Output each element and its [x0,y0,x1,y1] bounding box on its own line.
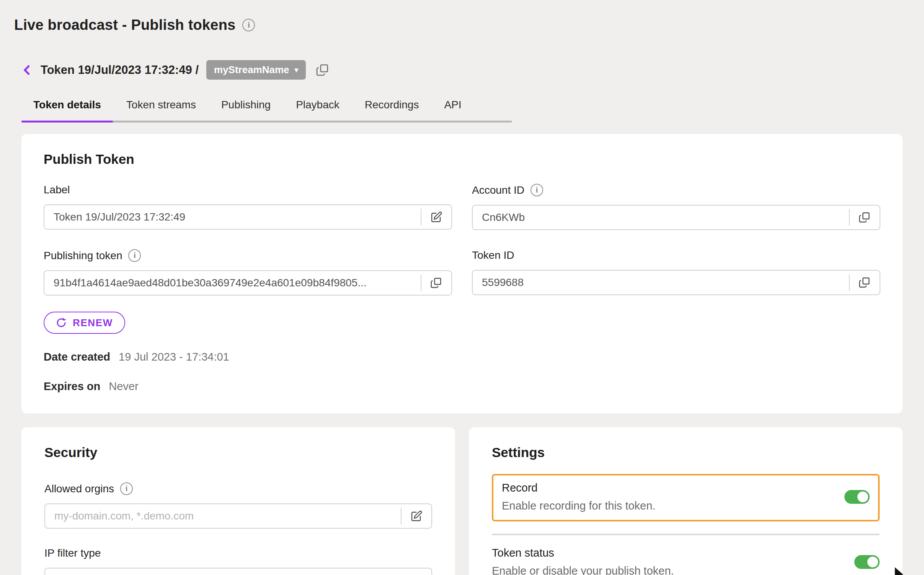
record-setting-highlighted: Record Enable recording for this token. [492,474,880,521]
account-id-field-group: Account ID i Cn6KWb [472,184,880,230]
token-status-description: Enable or disable your publish token. [492,565,674,575]
tab-token-streams[interactable]: Token streams [126,99,196,123]
date-created-value: 19 Jul 2023 - 17:34:01 [119,351,229,363]
page-header: Live broadcast - Publish tokens i [14,0,903,33]
tab-recordings[interactable]: Recordings [365,99,419,123]
publishing-token-label-text: Publishing token [44,250,122,262]
security-title: Security [44,445,432,460]
publishing-token-field-group: Publishing token i 91b4f1a4614ae9aed48d0… [44,249,452,296]
account-id-label-text: Account ID [472,184,524,196]
account-id-value: Cn6KWb [473,211,849,224]
date-created-row: Date created 19 Jul 2023 - 17:34:01 [44,351,880,363]
token-id-label: Token ID [472,249,880,261]
publishing-token-label: Publishing token i [44,249,452,262]
account-id-label: Account ID i [472,184,880,196]
publish-token-card: Publish Token Label Token 19/Jul/2023 17… [21,134,903,413]
renew-icon [56,317,67,328]
token-status-toggle[interactable] [854,555,880,569]
secondary-cards-row: Security Allowed orgins i IP filter type… [21,427,903,575]
allowed-origins-label-text: Allowed orgins [44,483,114,495]
edit-icon[interactable] [421,211,451,223]
publishing-token-value: 91b4f1a4614ae9aed48d01be30a369749e2e4a60… [44,277,421,289]
allowed-origins-label: Allowed orgins i [44,482,432,495]
mouse-cursor-icon [894,566,907,575]
tab-token-details[interactable]: Token details [33,99,101,123]
publishing-token-input[interactable]: 91b4f1a4614ae9aed48d01be30a369749e2e4a60… [44,270,452,296]
ip-filter-type-select[interactable]: IP Addresses [44,568,432,575]
tab-bar: Token details Token streams Publishing P… [21,99,512,123]
token-status-label: Token status [492,547,674,559]
label-field-group: Label Token 19/Jul/2023 17:32:49 [44,184,452,230]
info-icon[interactable]: i [531,184,543,196]
record-label: Record [502,482,655,494]
back-chevron-icon[interactable] [21,63,33,77]
copy-icon[interactable] [850,211,880,224]
label-field-label: Label [44,184,452,196]
security-card: Security Allowed orgins i IP filter type… [21,427,455,575]
account-id-input[interactable]: Cn6KWb [472,205,880,230]
copy-icon[interactable] [421,277,451,289]
page-title: Live broadcast - Publish tokens [14,17,235,33]
renew-button[interactable]: RENEW [44,312,125,334]
tab-api[interactable]: API [444,99,461,123]
copy-icon[interactable] [850,276,880,289]
record-toggle[interactable] [844,490,870,504]
label-input-value: Token 19/Jul/2023 17:32:49 [44,211,421,223]
breadcrumb: Token 19/Jul/2023 17:32:49 / myStreamNam… [21,60,903,80]
allowed-origins-input[interactable] [45,510,401,522]
ip-filter-type-label: IP filter type [44,547,432,559]
copy-icon[interactable] [316,63,330,77]
token-status-text: Token status Enable or disable your publ… [492,547,674,575]
allowed-origins-input-box [44,503,432,529]
token-id-input[interactable]: 5599688 [472,270,880,295]
expires-on-row: Expires on Never [44,380,880,393]
renew-button-label: RENEW [73,317,113,329]
settings-title: Settings [492,445,880,460]
record-description: Enable recording for this token. [502,500,655,512]
token-id-value: 5599688 [473,276,849,289]
label-input[interactable]: Token 19/Jul/2023 17:32:49 [44,204,452,230]
publish-token-fields: Label Token 19/Jul/2023 17:32:49 Account… [44,184,880,296]
breadcrumb-token-label: Token 19/Jul/2023 17:32:49 / [41,63,199,77]
edit-icon[interactable] [402,510,431,522]
tab-publishing[interactable]: Publishing [221,99,271,123]
stream-name-dropdown[interactable]: myStreamName ▾ [206,60,306,80]
stream-name-label: myStreamName [214,64,289,76]
settings-card: Settings Record Enable recording for thi… [469,427,903,575]
tab-playback[interactable]: Playback [296,99,340,123]
token-status-setting: Token status Enable or disable your publ… [492,547,880,575]
record-setting-text: Record Enable recording for this token. [502,482,655,512]
publish-token-title: Publish Token [44,152,880,167]
chevron-down-icon: ▾ [295,66,299,74]
info-icon[interactable]: i [120,482,133,495]
settings-divider [492,534,880,535]
expires-on-value: Never [109,380,138,393]
token-id-field-group: Token ID 5599688 [472,249,880,296]
date-created-label: Date created [44,351,110,363]
info-icon[interactable]: i [128,249,141,262]
page: Live broadcast - Publish tokens i Token … [0,0,924,575]
info-icon[interactable]: i [242,19,255,31]
expires-on-label: Expires on [44,380,100,393]
